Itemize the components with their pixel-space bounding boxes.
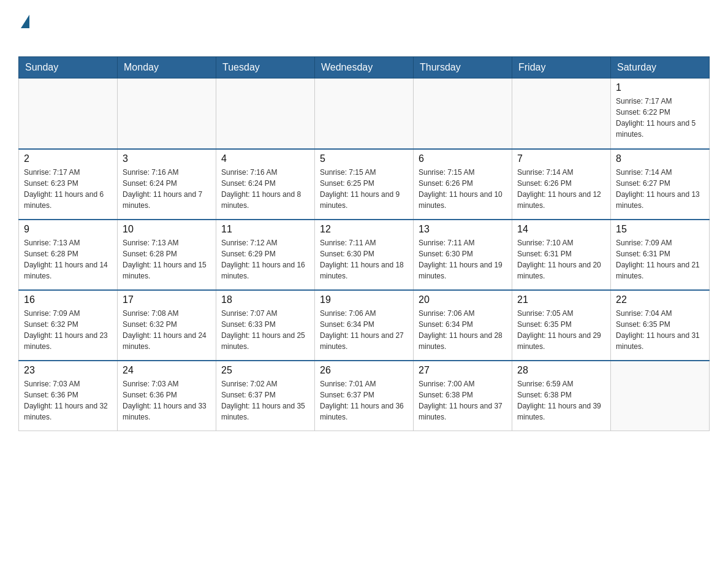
calendar-cell: 21Sunrise: 7:05 AMSunset: 6:35 PMDayligh…: [512, 290, 611, 361]
day-info: Sunrise: 7:08 AMSunset: 6:32 PMDaylight:…: [123, 308, 211, 352]
calendar-cell: [611, 361, 710, 431]
day-info: Sunrise: 7:04 AMSunset: 6:35 PMDaylight:…: [616, 308, 704, 352]
calendar-cell: 3Sunrise: 7:16 AMSunset: 6:24 PMDaylight…: [118, 149, 216, 220]
day-info: Sunrise: 7:10 AMSunset: 6:31 PMDaylight:…: [517, 237, 605, 282]
calendar-cell: 10Sunrise: 7:13 AMSunset: 6:28 PMDayligh…: [118, 220, 216, 290]
day-number: 13: [419, 224, 507, 235]
calendar-cell: [216, 79, 315, 149]
calendar-cell: 1Sunrise: 7:17 AMSunset: 6:22 PMDaylight…: [611, 79, 710, 149]
calendar-cell: 6Sunrise: 7:15 AMSunset: 6:26 PMDaylight…: [414, 149, 512, 220]
day-info: Sunrise: 7:07 AMSunset: 6:33 PMDaylight:…: [221, 308, 309, 352]
weekday-header-thursday: Thursday: [414, 57, 512, 79]
calendar-week-4: 16Sunrise: 7:09 AMSunset: 6:32 PMDayligh…: [19, 290, 710, 361]
calendar-cell: 24Sunrise: 7:03 AMSunset: 6:36 PMDayligh…: [118, 361, 216, 431]
day-info: Sunrise: 6:59 AMSunset: 6:38 PMDaylight:…: [517, 378, 605, 423]
day-number: 25: [221, 365, 309, 376]
day-number: 14: [517, 224, 605, 235]
calendar-cell: [118, 79, 216, 149]
calendar-cell: 8Sunrise: 7:14 AMSunset: 6:27 PMDaylight…: [611, 149, 710, 220]
day-info: Sunrise: 7:14 AMSunset: 6:26 PMDaylight:…: [517, 167, 605, 211]
calendar-cell: 14Sunrise: 7:10 AMSunset: 6:31 PMDayligh…: [512, 220, 611, 290]
day-info: Sunrise: 7:11 AMSunset: 6:30 PMDaylight:…: [419, 237, 507, 282]
day-number: 24: [123, 365, 211, 376]
day-info: Sunrise: 7:01 AMSunset: 6:37 PMDaylight:…: [320, 378, 408, 423]
weekday-header-wednesday: Wednesday: [315, 57, 414, 79]
calendar-cell: 11Sunrise: 7:12 AMSunset: 6:29 PMDayligh…: [216, 220, 315, 290]
day-number: 17: [123, 294, 211, 305]
day-info: Sunrise: 7:12 AMSunset: 6:29 PMDaylight:…: [221, 237, 309, 282]
day-info: Sunrise: 7:13 AMSunset: 6:28 PMDaylight:…: [123, 237, 211, 282]
calendar-cell: 16Sunrise: 7:09 AMSunset: 6:32 PMDayligh…: [19, 290, 118, 361]
day-number: 21: [517, 294, 605, 305]
day-number: 2: [24, 153, 112, 164]
calendar-cell: [315, 79, 414, 149]
day-number: 7: [517, 153, 605, 164]
day-info: Sunrise: 7:17 AMSunset: 6:23 PMDaylight:…: [24, 167, 112, 211]
calendar-cell: 22Sunrise: 7:04 AMSunset: 6:35 PMDayligh…: [611, 290, 710, 361]
day-number: 9: [24, 224, 112, 235]
calendar-cell: 23Sunrise: 7:03 AMSunset: 6:36 PMDayligh…: [19, 361, 118, 431]
page-header: [18, 12, 710, 47]
weekday-header-saturday: Saturday: [611, 57, 710, 79]
day-number: 6: [419, 153, 507, 164]
logo-arrow-icon: [21, 15, 29, 28]
calendar-cell: [19, 79, 118, 149]
calendar-cell: 15Sunrise: 7:09 AMSunset: 6:31 PMDayligh…: [611, 220, 710, 290]
day-number: 27: [419, 365, 507, 376]
day-number: 22: [616, 294, 704, 305]
day-number: 11: [221, 224, 309, 235]
calendar-cell: 28Sunrise: 6:59 AMSunset: 6:38 PMDayligh…: [512, 361, 611, 431]
calendar-cell: 13Sunrise: 7:11 AMSunset: 6:30 PMDayligh…: [414, 220, 512, 290]
day-info: Sunrise: 7:00 AMSunset: 6:38 PMDaylight:…: [419, 378, 507, 423]
day-info: Sunrise: 7:03 AMSunset: 6:36 PMDaylight:…: [123, 378, 211, 423]
calendar-cell: 25Sunrise: 7:02 AMSunset: 6:37 PMDayligh…: [216, 361, 315, 431]
weekday-header-row: SundayMondayTuesdayWednesdayThursdayFrid…: [19, 57, 710, 79]
day-number: 15: [616, 224, 704, 235]
day-number: 28: [517, 365, 605, 376]
day-number: 19: [320, 294, 408, 305]
day-number: 20: [419, 294, 507, 305]
calendar-cell: 9Sunrise: 7:13 AMSunset: 6:28 PMDaylight…: [19, 220, 118, 290]
calendar-table: SundayMondayTuesdayWednesdayThursdayFrid…: [18, 56, 710, 431]
day-number: 5: [320, 153, 408, 164]
day-info: Sunrise: 7:15 AMSunset: 6:25 PMDaylight:…: [320, 167, 408, 211]
calendar-cell: 18Sunrise: 7:07 AMSunset: 6:33 PMDayligh…: [216, 290, 315, 361]
calendar-cell: 5Sunrise: 7:15 AMSunset: 6:25 PMDaylight…: [315, 149, 414, 220]
calendar-cell: 4Sunrise: 7:16 AMSunset: 6:24 PMDaylight…: [216, 149, 315, 220]
day-info: Sunrise: 7:06 AMSunset: 6:34 PMDaylight:…: [419, 308, 507, 352]
day-info: Sunrise: 7:09 AMSunset: 6:32 PMDaylight:…: [24, 308, 112, 352]
day-number: 3: [123, 153, 211, 164]
day-number: 23: [24, 365, 112, 376]
calendar-cell: 27Sunrise: 7:00 AMSunset: 6:38 PMDayligh…: [414, 361, 512, 431]
day-info: Sunrise: 7:11 AMSunset: 6:30 PMDaylight:…: [320, 237, 408, 282]
day-number: 4: [221, 153, 309, 164]
day-number: 26: [320, 365, 408, 376]
day-info: Sunrise: 7:14 AMSunset: 6:27 PMDaylight:…: [616, 167, 704, 211]
day-info: Sunrise: 7:16 AMSunset: 6:24 PMDaylight:…: [123, 167, 211, 211]
calendar-week-3: 9Sunrise: 7:13 AMSunset: 6:28 PMDaylight…: [19, 220, 710, 290]
day-number: 10: [123, 224, 211, 235]
weekday-header-monday: Monday: [118, 57, 216, 79]
day-info: Sunrise: 7:02 AMSunset: 6:37 PMDaylight:…: [221, 378, 309, 423]
day-info: Sunrise: 7:03 AMSunset: 6:36 PMDaylight:…: [24, 378, 112, 423]
calendar-week-1: 1Sunrise: 7:17 AMSunset: 6:22 PMDaylight…: [19, 79, 710, 149]
day-info: Sunrise: 7:16 AMSunset: 6:24 PMDaylight:…: [221, 167, 309, 211]
day-info: Sunrise: 7:17 AMSunset: 6:22 PMDaylight:…: [616, 96, 704, 140]
day-info: Sunrise: 7:05 AMSunset: 6:35 PMDaylight:…: [517, 308, 605, 352]
day-info: Sunrise: 7:13 AMSunset: 6:28 PMDaylight:…: [24, 237, 112, 282]
calendar-cell: 2Sunrise: 7:17 AMSunset: 6:23 PMDaylight…: [19, 149, 118, 220]
calendar-cell: [512, 79, 611, 149]
day-number: 1: [616, 82, 704, 93]
calendar-cell: 26Sunrise: 7:01 AMSunset: 6:37 PMDayligh…: [315, 361, 414, 431]
weekday-header-friday: Friday: [512, 57, 611, 79]
calendar-cell: 7Sunrise: 7:14 AMSunset: 6:26 PMDaylight…: [512, 149, 611, 220]
calendar-cell: 17Sunrise: 7:08 AMSunset: 6:32 PMDayligh…: [118, 290, 216, 361]
calendar-week-2: 2Sunrise: 7:17 AMSunset: 6:23 PMDaylight…: [19, 149, 710, 220]
logo: [18, 12, 29, 47]
day-number: 16: [24, 294, 112, 305]
weekday-header-sunday: Sunday: [19, 57, 118, 79]
calendar-cell: 19Sunrise: 7:06 AMSunset: 6:34 PMDayligh…: [315, 290, 414, 361]
day-number: 18: [221, 294, 309, 305]
day-info: Sunrise: 7:06 AMSunset: 6:34 PMDaylight:…: [320, 308, 408, 352]
calendar-cell: 20Sunrise: 7:06 AMSunset: 6:34 PMDayligh…: [414, 290, 512, 361]
